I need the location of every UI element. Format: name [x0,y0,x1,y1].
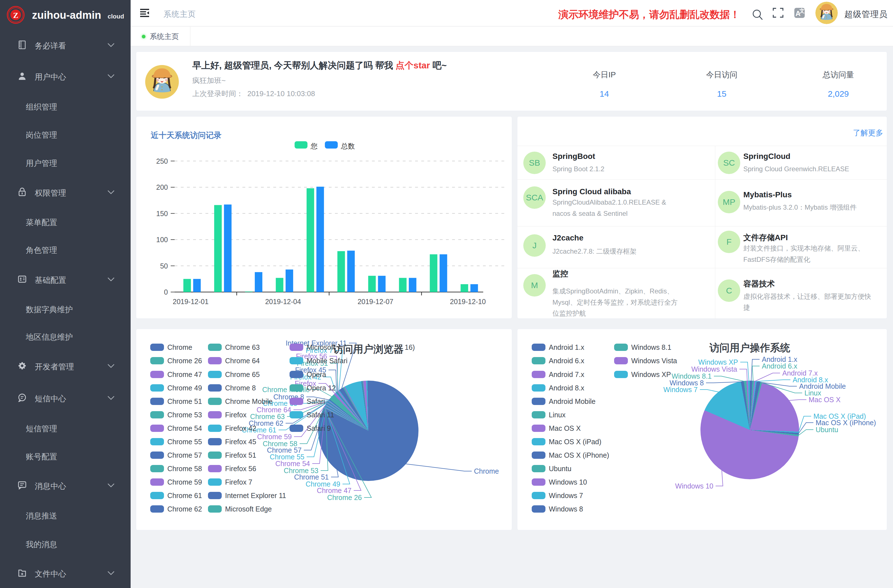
svg-text:2019-12-01: 2019-12-01 [173,298,209,305]
svg-text:2019-12-10: 2019-12-10 [450,298,486,305]
svg-text:2019-12-07: 2019-12-07 [358,298,394,305]
svg-text:Z: Z [13,11,18,20]
svg-text:50: 50 [160,262,168,270]
svg-text:100: 100 [156,236,168,244]
svg-text:200: 200 [156,183,168,191]
svg-text:250: 250 [156,157,168,165]
svg-text:150: 150 [156,210,168,218]
svg-text:2019-12-04: 2019-12-04 [265,298,301,305]
svg-text:0: 0 [164,288,168,296]
